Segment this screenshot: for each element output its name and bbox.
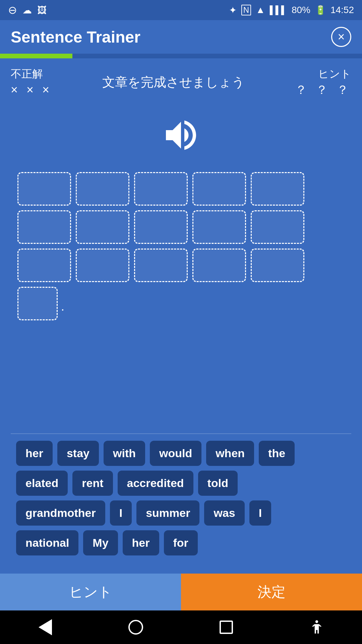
nav-recent-button[interactable] [213,614,240,641]
speaker-container[interactable] [11,115,351,155]
word-chip-was[interactable]: was [204,500,244,526]
svg-point-0 [315,620,318,623]
nav-back-button[interactable] [32,614,59,641]
status-bar: ⊖ ☁ 🖼 ✦ N ▲ ▌▌▌ 80% 🔋 14:52 [0,0,362,20]
answer-slot[interactable] [192,172,246,206]
close-icon: × [338,30,345,44]
bottom-buttons: ヒント 決定 [0,574,362,610]
nav-bar [0,610,362,644]
word-chip-told[interactable]: told [198,471,238,496]
word-chip-when[interactable]: when [206,441,254,466]
wrong-section: 不正解 × × × [11,66,52,98]
time-display: 14:52 [330,5,354,15]
accessibility-icon [308,619,325,636]
word-chip-with[interactable]: with [104,441,145,466]
cloud-icon: ☁ [22,5,32,16]
answer-slot-last[interactable] [17,287,58,320]
word-chip-for[interactable]: for [164,530,198,555]
answer-slot[interactable] [192,210,246,244]
wrong-marks: × × × [11,82,52,98]
score-row: 不正解 × × × 文章を完成させましょう ヒント ？ ？ ？ [11,66,351,98]
answer-slot[interactable] [134,172,188,206]
main-content: 不正解 × × × 文章を完成させましょう ヒント ？ ？ ？ [0,58,362,574]
word-chip-the[interactable]: the [259,441,295,466]
back-icon [39,619,52,635]
word-chip-her-2[interactable]: her [123,530,159,555]
home-icon [128,620,143,635]
recent-icon [220,621,233,634]
word-chip-i-1[interactable]: I [110,500,132,526]
answer-slot[interactable] [251,172,304,206]
battery-percent: 80% [292,5,310,15]
answer-grid: . [11,169,351,324]
answer-slot[interactable] [76,172,129,206]
confirm-button[interactable]: 決定 [181,574,362,610]
answer-slot[interactable] [17,249,71,282]
bluetooth-icon: ✦ [229,5,237,16]
period-symbol: . [61,300,64,320]
word-chip-her[interactable]: her [16,441,53,466]
word-chip-would[interactable]: would [150,441,201,466]
word-chips-row-1: her stay with would when the [16,441,346,466]
nav-accessibility-button[interactable] [303,614,330,641]
app-title: Sentence Trainer [11,28,140,46]
word-section-divider [11,433,351,434]
minus-icon: ⊖ [8,4,17,16]
word-chips-area: her stay with would when the elated rent… [11,441,351,566]
word-chips-row-4: national My her for [16,530,346,555]
answer-slot[interactable] [134,249,188,282]
nav-home-button[interactable] [122,614,149,641]
wrong-label: 不正解 [11,66,52,82]
word-chip-elated[interactable]: elated [16,471,68,496]
hint-button[interactable]: ヒント [0,574,181,610]
word-chip-summer[interactable]: summer [136,500,199,526]
hint-marks: ？ ？ ？ [295,82,351,98]
answer-slot[interactable] [251,249,304,282]
app-header: Sentence Trainer × [0,20,362,54]
status-icons-right: ✦ N ▲ ▌▌▌ 80% 🔋 14:52 [229,5,354,16]
word-chips-row-2: elated rent accredited told [16,471,346,496]
hint-count-label: ヒント [295,66,351,82]
answer-slot[interactable] [251,210,304,244]
word-chips-row-3: grandmother I summer was I [16,500,346,526]
answer-slot[interactable] [134,210,188,244]
word-chip-grandmother[interactable]: grandmother [16,500,105,526]
word-chip-accredited[interactable]: accredited [118,471,193,496]
progress-bar-fill [0,54,72,58]
word-chip-rent[interactable]: rent [72,471,113,496]
word-chip-national[interactable]: national [16,530,78,555]
hint-section: ヒント ？ ？ ？ [295,66,351,98]
answer-slot[interactable] [192,249,246,282]
wifi-icon: ▲ [256,5,265,15]
progress-bar-container [0,54,362,58]
speaker-icon [161,115,201,155]
status-icons-left: ⊖ ☁ 🖼 [8,4,47,16]
signal-icon: ▌▌▌ [270,5,287,15]
battery-icon: 🔋 [315,5,326,15]
answer-slot[interactable] [76,249,129,282]
word-chip-i-2[interactable]: I [249,500,271,526]
instruction-text: 文章を完成させましょう [102,74,245,91]
word-chip-my[interactable]: My [83,530,118,555]
answer-slot[interactable] [76,210,129,244]
answer-slot[interactable] [17,210,71,244]
answer-slot[interactable] [17,172,71,206]
close-button[interactable]: × [331,27,351,47]
image-icon: 🖼 [37,5,47,16]
word-chip-stay[interactable]: stay [57,441,99,466]
nfc-icon: N [241,5,251,15]
